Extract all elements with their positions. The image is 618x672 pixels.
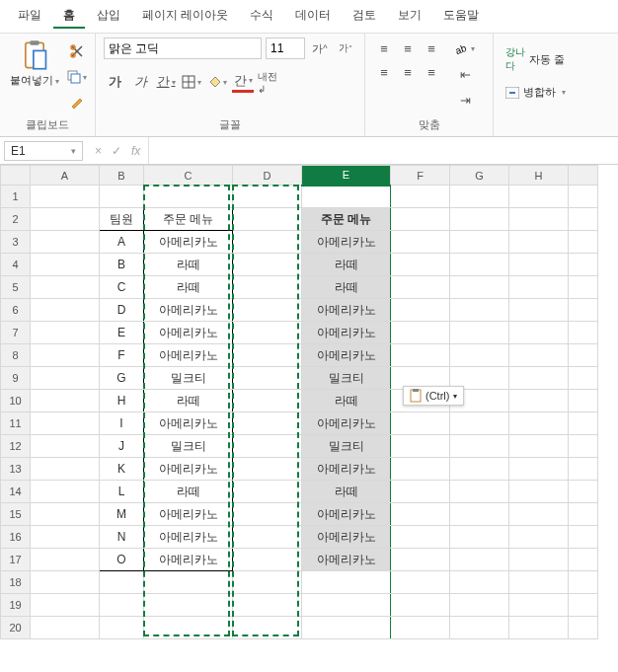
row-header-1[interactable]: 1 (1, 186, 31, 208)
indent-decrease-button[interactable]: ⇤ (454, 63, 476, 85)
cell-A20[interactable] (31, 617, 100, 639)
cell-A4[interactable] (31, 254, 100, 276)
cell-C16[interactable]: 아메리카노 (144, 526, 233, 549)
cell-E6[interactable]: 아메리카노 (302, 299, 391, 322)
cell-E12[interactable]: 밀크티 (302, 435, 391, 458)
cell-E10[interactable]: 라떼 (302, 390, 391, 412)
cell-E18[interactable] (302, 571, 391, 594)
row-header-6[interactable]: 6 (1, 299, 31, 322)
cell-12[interactable] (569, 435, 598, 458)
cell-H4[interactable] (509, 254, 569, 276)
cell-H11[interactable] (509, 412, 569, 435)
cell-A16[interactable] (31, 526, 100, 549)
align-center-button[interactable]: ≡ (397, 61, 419, 83)
menu-검토[interactable]: 검토 (343, 4, 386, 29)
cell-F2[interactable] (391, 208, 450, 231)
cell-A8[interactable] (31, 344, 100, 367)
cell-E16[interactable]: 아메리카노 (302, 526, 391, 549)
row-header-8[interactable]: 8 (1, 344, 31, 367)
cell-C4[interactable]: 라떼 (144, 254, 233, 276)
spreadsheet-grid[interactable]: ABCDEFGH12팀원주문 메뉴주문 메뉴3A아메리카노아메리카노4B라떼라떼… (0, 165, 618, 639)
row-header-13[interactable]: 13 (1, 458, 31, 481)
cell-C7[interactable]: 아메리카노 (144, 322, 233, 344)
col-header-D[interactable]: D (233, 166, 302, 186)
cell-E7[interactable]: 아메리카노 (302, 322, 391, 344)
row-header-17[interactable]: 17 (1, 549, 31, 571)
cell-A9[interactable] (31, 367, 100, 390)
cell-D16[interactable] (233, 526, 302, 549)
cell-F7[interactable] (391, 322, 450, 344)
row-header-12[interactable]: 12 (1, 435, 31, 458)
cell-D2[interactable] (233, 208, 302, 231)
menu-삽입[interactable]: 삽입 (87, 4, 130, 29)
cell-17[interactable] (569, 549, 598, 571)
cell-A13[interactable] (31, 458, 100, 481)
cell-11[interactable] (569, 412, 598, 435)
cell-D17[interactable] (233, 549, 302, 571)
cell-B6[interactable]: D (100, 299, 144, 322)
formula-input[interactable] (148, 137, 618, 164)
name-box[interactable]: E1 ▾ (4, 141, 83, 161)
cancel-button[interactable]: × (91, 144, 106, 158)
row-header-11[interactable]: 11 (1, 412, 31, 435)
cell-D15[interactable] (233, 503, 302, 526)
cell-19[interactable] (569, 594, 598, 617)
orientation-button[interactable]: ab (454, 37, 476, 59)
cell-G18[interactable] (450, 571, 509, 594)
cell-G19[interactable] (450, 594, 509, 617)
cell-C14[interactable]: 라떼 (144, 481, 233, 503)
col-header-G[interactable]: G (450, 166, 509, 186)
cell-G16[interactable] (450, 526, 509, 549)
cell-F1[interactable] (391, 186, 450, 208)
cell-D3[interactable] (233, 231, 302, 254)
cell-H15[interactable] (509, 503, 569, 526)
cell-E15[interactable]: 아메리카노 (302, 503, 391, 526)
cell-D11[interactable] (233, 412, 302, 435)
cell-3[interactable] (569, 231, 598, 254)
cell-G5[interactable] (450, 276, 509, 299)
cell-H18[interactable] (509, 571, 569, 594)
bold-button[interactable]: 가 (104, 71, 125, 93)
menu-도움말[interactable]: 도움말 (433, 4, 489, 29)
cell-H8[interactable] (509, 344, 569, 367)
cell-G13[interactable] (450, 458, 509, 481)
cell-D18[interactable] (233, 571, 302, 594)
cell-H2[interactable] (509, 208, 569, 231)
cell-E20[interactable] (302, 617, 391, 639)
row-header-3[interactable]: 3 (1, 231, 31, 254)
menu-파일[interactable]: 파일 (8, 4, 51, 29)
cell-E17[interactable]: 아메리카노 (302, 549, 391, 571)
merge-button[interactable]: 병합하 (502, 83, 570, 102)
italic-button[interactable]: 가 (129, 71, 151, 93)
cell-A19[interactable] (31, 594, 100, 617)
cell-C18[interactable] (144, 571, 233, 594)
cell-F16[interactable] (391, 526, 450, 549)
align-middle-button[interactable]: ≡ (397, 37, 419, 59)
cell-D14[interactable] (233, 481, 302, 503)
cell-15[interactable] (569, 503, 598, 526)
cell-H14[interactable] (509, 481, 569, 503)
cell-B20[interactable] (100, 617, 144, 639)
cell-G6[interactable] (450, 299, 509, 322)
cell-D20[interactable] (233, 617, 302, 639)
select-all-corner[interactable] (1, 166, 31, 186)
cell-G1[interactable] (450, 186, 509, 208)
font-color-button[interactable]: 간 (232, 71, 254, 93)
row-header-10[interactable]: 10 (1, 390, 31, 412)
cell-H17[interactable] (509, 549, 569, 571)
indent-increase-button[interactable]: ⇥ (454, 89, 476, 111)
cell-B10[interactable]: H (100, 390, 144, 412)
decrease-font-button[interactable]: 가˅ (335, 37, 356, 59)
cell-G4[interactable] (450, 254, 509, 276)
cell-10[interactable] (569, 390, 598, 412)
cell-4[interactable] (569, 254, 598, 276)
cell-B8[interactable]: F (100, 344, 144, 367)
cell-B17[interactable]: O (100, 549, 144, 571)
cell-C20[interactable] (144, 617, 233, 639)
col-header-B[interactable]: B (100, 166, 144, 186)
cell-F4[interactable] (391, 254, 450, 276)
fx-button[interactable]: fx (127, 144, 144, 158)
col-header-F[interactable]: F (391, 166, 450, 186)
cell-F15[interactable] (391, 503, 450, 526)
cell-F11[interactable] (391, 412, 450, 435)
